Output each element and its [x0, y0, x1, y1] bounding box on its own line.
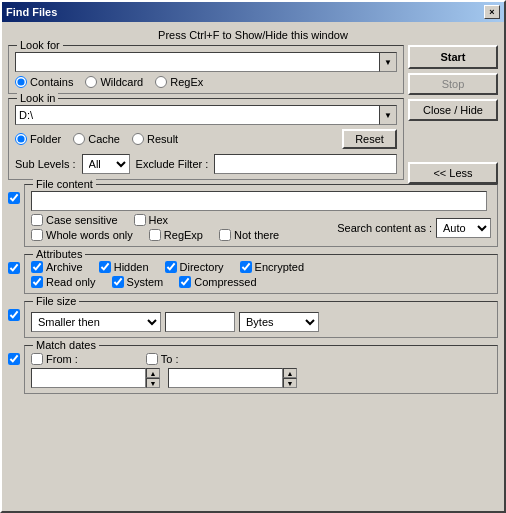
file-size-row: Smaller then Larger then Equal to Bytes …	[31, 312, 491, 332]
from-field: From :	[31, 353, 78, 365]
radio-wildcard[interactable]: Wildcard	[85, 76, 143, 88]
match-dates-enable-checkbox[interactable]	[8, 353, 20, 365]
file-content-input[interactable]	[31, 191, 487, 211]
title-bar-buttons: ×	[484, 5, 500, 19]
look-in-input-wrapper: ▼	[15, 105, 397, 125]
attributes-group: Attributes Archive Hidden Di	[24, 254, 498, 294]
size-unit-select[interactable]: Bytes KB MB GB	[239, 312, 319, 332]
system-check[interactable]: System	[112, 276, 164, 288]
exclude-filter-input[interactable]	[214, 154, 397, 174]
look-for-input[interactable]	[15, 52, 379, 72]
size-comparison-wrapper: Smaller then Larger then Equal to	[31, 312, 161, 332]
radio-contains[interactable]: Contains	[15, 76, 73, 88]
encrypted-check[interactable]: Encrypted	[240, 261, 305, 273]
file-size-group: File size Smaller then Larger then Equal…	[24, 301, 498, 338]
regexp-check[interactable]: RegExp	[149, 229, 203, 241]
whole-words-check[interactable]: Whole words only	[31, 229, 133, 241]
size-comparison-select[interactable]: Smaller then Larger then Equal to	[31, 312, 161, 332]
file-content-label: File content	[33, 178, 96, 190]
hidden-check[interactable]: Hidden	[99, 261, 149, 273]
search-content-as-label: Search content as :	[337, 222, 432, 234]
radio-folder[interactable]: Folder	[15, 133, 61, 145]
start-button[interactable]: Start	[408, 45, 498, 69]
look-in-input[interactable]	[15, 105, 379, 125]
to-field: To :	[146, 353, 179, 365]
look-for-input-wrapper: ▼	[15, 52, 397, 72]
look-in-label: Look in	[17, 92, 58, 104]
sub-levels-row: Sub Levels : All 1 2 3 5 10 Exclude Filt…	[15, 154, 397, 174]
to-spinner: ▲ ▼	[283, 368, 297, 388]
from-datetime-input[interactable]: 2012- 4-11 12:25:02	[31, 368, 146, 388]
find-files-window: Find Files × Press Ctrl+F to Show/Hide t…	[0, 0, 506, 513]
date-row: From : To :	[31, 353, 491, 365]
from-datetime-wrapper: 2012- 4-11 12:25:02 ▲ ▼	[31, 368, 160, 388]
less-button[interactable]: << Less	[408, 162, 498, 184]
look-for-radio-row: Contains Wildcard RegEx	[15, 76, 397, 88]
match-dates-group: Match dates From : To :	[24, 345, 498, 394]
to-datetime-input[interactable]: 2012- 4-11 12:25:02	[168, 368, 283, 388]
file-size-enable-checkbox[interactable]	[8, 309, 20, 321]
window-title: Find Files	[6, 6, 57, 18]
datetime-row: 2012- 4-11 12:25:02 ▲ ▼ 2012- 4-11 12:25…	[31, 368, 491, 388]
close-button[interactable]: ×	[484, 5, 500, 19]
case-sensitive-check[interactable]: Case sensitive	[31, 214, 118, 226]
not-there-check[interactable]: Not there	[219, 229, 279, 241]
look-for-group: Look for ▼ Contains	[8, 45, 404, 94]
file-size-value-input[interactable]	[165, 312, 235, 332]
look-in-group: Look in ▼ Folder	[8, 98, 404, 180]
look-for-dropdown-btn[interactable]: ▼	[379, 52, 397, 72]
directory-check[interactable]: Directory	[165, 261, 224, 273]
match-dates-label: Match dates	[33, 339, 99, 351]
to-spin-up[interactable]: ▲	[283, 368, 297, 378]
look-in-dropdown-btn[interactable]: ▼	[379, 105, 397, 125]
to-label: To :	[161, 353, 179, 365]
file-content-enable-checkbox[interactable]	[8, 192, 20, 204]
from-spin-up[interactable]: ▲	[146, 368, 160, 378]
hint-text: Press Ctrl+F to Show/Hide this window	[8, 26, 498, 45]
reset-button[interactable]: Reset	[342, 129, 397, 149]
size-unit-wrapper: Bytes KB MB GB	[239, 312, 319, 332]
file-content-group: File content Case sensitive	[24, 184, 498, 247]
match-dates-section-wrapper: Match dates From : To :	[8, 345, 498, 398]
search-content-select[interactable]: Auto Text Binary	[436, 218, 491, 238]
file-size-label: File size	[33, 295, 79, 307]
read-only-check[interactable]: Read only	[31, 276, 96, 288]
file-content-section-wrapper: File content Case sensitive	[8, 184, 498, 251]
to-checkbox[interactable]	[146, 353, 158, 365]
radio-result[interactable]: Result	[132, 133, 178, 145]
right-buttons: Start Stop Close / Hide << Less	[408, 45, 498, 184]
compressed-check[interactable]: Compressed	[179, 276, 256, 288]
close-hide-button[interactable]: Close / Hide	[408, 99, 498, 121]
look-for-label: Look for	[17, 39, 63, 51]
from-label: From :	[46, 353, 78, 365]
look-in-radio-row: Folder Cache Result Reset	[15, 129, 397, 149]
hex-check[interactable]: Hex	[134, 214, 169, 226]
stop-button[interactable]: Stop	[408, 73, 498, 95]
attributes-enable-checkbox[interactable]	[8, 262, 20, 274]
from-checkbox[interactable]	[31, 353, 43, 365]
attributes-label: Attributes	[33, 248, 85, 260]
from-spin-down[interactable]: ▼	[146, 378, 160, 388]
sub-levels-label: Sub Levels :	[15, 158, 76, 170]
to-spin-down[interactable]: ▼	[283, 378, 297, 388]
archive-check[interactable]: Archive	[31, 261, 83, 273]
sub-levels-select[interactable]: All 1 2 3 5 10	[82, 154, 130, 174]
title-bar: Find Files ×	[2, 2, 504, 22]
from-spinner: ▲ ▼	[146, 368, 160, 388]
radio-cache[interactable]: Cache	[73, 133, 120, 145]
attributes-section-wrapper: Attributes Archive Hidden Di	[8, 254, 498, 298]
file-size-section-wrapper: File size Smaller then Larger then Equal…	[8, 301, 498, 342]
radio-regex[interactable]: RegEx	[155, 76, 203, 88]
to-datetime-wrapper: 2012- 4-11 12:25:02 ▲ ▼	[168, 368, 297, 388]
exclude-filter-label: Exclude Filter :	[136, 158, 209, 170]
